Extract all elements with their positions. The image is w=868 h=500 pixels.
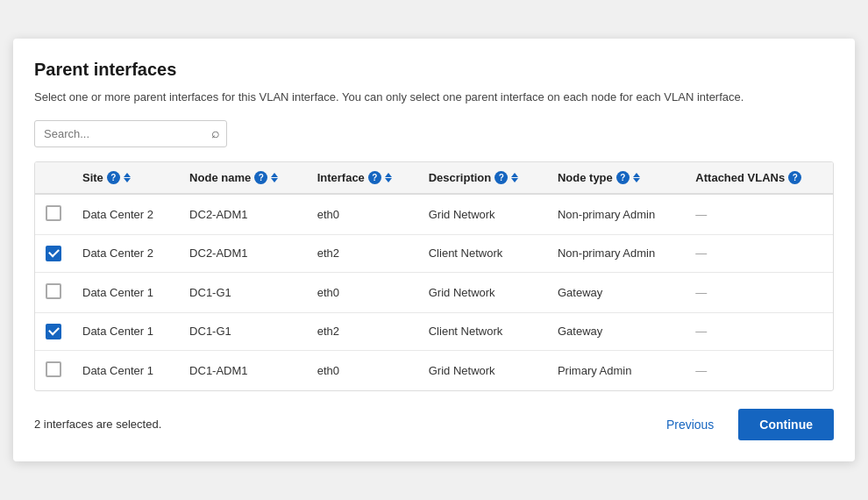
cell-attached_vlans: — xyxy=(685,350,833,390)
interface-sort-icon[interactable] xyxy=(385,173,392,182)
cell-attached_vlans: — xyxy=(685,194,833,235)
col-header-node-type: Node type ? xyxy=(547,162,685,194)
cell-node_name: DC2-ADM1 xyxy=(179,194,307,235)
cell-node_type: Primary Admin xyxy=(547,350,685,390)
search-container: ⌕ xyxy=(34,120,227,147)
table-row: Data Center 1DC1-G1eth0Grid NetworkGatew… xyxy=(35,272,833,312)
cell-site: Data Center 1 xyxy=(72,350,179,390)
checkbox-cell xyxy=(35,350,72,390)
cell-node_name: DC2-ADM1 xyxy=(179,234,307,272)
col-node-name-label: Node name xyxy=(189,171,251,184)
col-attached-vlans-label: Attached VLANs xyxy=(695,171,785,184)
checkbox-cell xyxy=(35,234,72,272)
table-row: Data Center 1DC1-ADM1eth0Grid NetworkPri… xyxy=(35,350,833,390)
interface-help-icon[interactable]: ? xyxy=(368,171,381,184)
footer-actions: Previous Continue xyxy=(656,409,834,440)
cell-interface: eth2 xyxy=(307,312,418,350)
cell-attached_vlans: — xyxy=(685,272,833,312)
node-type-help-icon[interactable]: ? xyxy=(616,171,630,184)
checkbox-cell xyxy=(35,312,72,350)
checkbox-cell xyxy=(35,272,72,312)
attached-vlans-help-icon[interactable]: ? xyxy=(788,171,801,184)
node-name-help-icon[interactable]: ? xyxy=(254,171,267,184)
cell-interface: eth0 xyxy=(307,194,418,235)
cell-description: Grid Network xyxy=(418,272,547,312)
previous-button[interactable]: Previous xyxy=(656,411,724,439)
col-header-site: Site ? xyxy=(72,162,179,194)
cell-description: Grid Network xyxy=(418,350,547,390)
interfaces-table: Site ? Node name ? xyxy=(35,162,833,390)
col-header-checkbox xyxy=(35,162,72,194)
continue-button[interactable]: Continue xyxy=(738,409,834,440)
modal-title: Parent interfaces xyxy=(34,60,834,80)
table-row: Data Center 2DC2-ADM1eth0Grid NetworkNon… xyxy=(35,194,833,235)
row-checkbox-0[interactable] xyxy=(46,205,61,221)
node-type-sort-icon[interactable] xyxy=(633,173,640,182)
table-scroll[interactable]: Site ? Node name ? xyxy=(35,162,833,390)
cell-attached_vlans: — xyxy=(685,312,833,350)
cell-description: Client Network xyxy=(418,234,547,272)
col-header-attached-vlans: Attached VLANs ? xyxy=(685,162,833,194)
cell-node_name: DC1-G1 xyxy=(179,312,307,350)
cell-node_type: Non-primary Admin xyxy=(547,194,685,235)
col-header-interface: Interface ? xyxy=(307,162,418,194)
site-help-icon[interactable]: ? xyxy=(107,171,120,184)
cell-node_name: DC1-G1 xyxy=(179,272,307,312)
cell-node_name: DC1-ADM1 xyxy=(179,350,307,390)
cell-node_type: Gateway xyxy=(547,312,685,350)
table-row: Data Center 1DC1-G1eth2Client NetworkGat… xyxy=(35,312,833,350)
cell-interface: eth2 xyxy=(307,234,418,272)
site-sort-icon[interactable] xyxy=(124,173,131,182)
row-checkbox-4[interactable] xyxy=(46,361,61,377)
table-row: Data Center 2DC2-ADM1eth2Client NetworkN… xyxy=(35,234,833,272)
parent-interfaces-modal: Parent interfaces Select one or more par… xyxy=(13,39,855,461)
col-header-description: Description ? xyxy=(418,162,547,194)
footer-status: 2 interfaces are selected. xyxy=(34,418,161,431)
cell-description: Grid Network xyxy=(418,194,547,235)
table-wrapper: Site ? Node name ? xyxy=(34,161,834,391)
row-checkbox-1[interactable] xyxy=(46,246,61,261)
node-name-sort-icon[interactable] xyxy=(271,173,278,182)
cell-site: Data Center 2 xyxy=(72,194,179,235)
cell-interface: eth0 xyxy=(307,350,418,390)
cell-attached_vlans: — xyxy=(685,234,833,272)
checkbox-cell xyxy=(35,194,72,235)
cell-interface: eth0 xyxy=(307,272,418,312)
col-interface-label: Interface xyxy=(317,171,365,184)
cell-description: Client Network xyxy=(418,312,547,350)
col-description-label: Description xyxy=(429,171,492,184)
cell-node_type: Gateway xyxy=(547,272,685,312)
col-node-type-label: Node type xyxy=(558,171,613,184)
col-header-node-name: Node name ? xyxy=(179,162,307,194)
modal-description: Select one or more parent interfaces for… xyxy=(34,89,834,106)
cell-site: Data Center 2 xyxy=(72,234,179,272)
row-checkbox-3[interactable] xyxy=(46,324,61,339)
col-site-label: Site xyxy=(82,171,103,184)
row-checkbox-2[interactable] xyxy=(46,283,61,299)
search-icon[interactable]: ⌕ xyxy=(211,125,220,141)
cell-node_type: Non-primary Admin xyxy=(547,234,685,272)
cell-site: Data Center 1 xyxy=(72,312,179,350)
cell-site: Data Center 1 xyxy=(72,272,179,312)
search-input[interactable] xyxy=(34,120,227,147)
description-help-icon[interactable]: ? xyxy=(494,171,508,184)
footer: 2 interfaces are selected. Previous Cont… xyxy=(34,409,834,440)
description-sort-icon[interactable] xyxy=(511,173,518,182)
